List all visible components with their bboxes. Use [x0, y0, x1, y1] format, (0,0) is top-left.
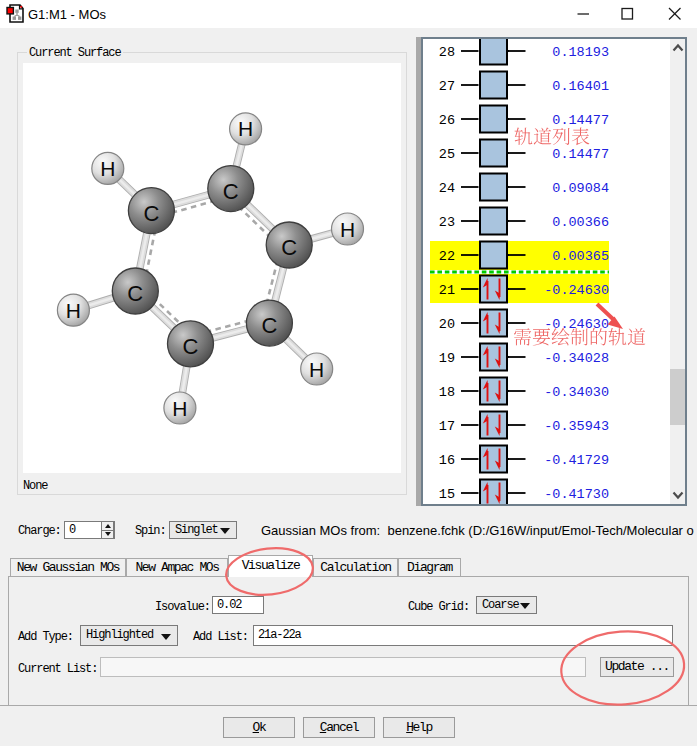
svg-text:27: 27 — [439, 79, 455, 94]
svg-text:-0.24630: -0.24630 — [544, 283, 609, 298]
svg-text:28: 28 — [439, 45, 455, 60]
svg-text:C: C — [183, 334, 199, 359]
svg-text:0.18193: 0.18193 — [552, 45, 609, 60]
svg-text:-0.41730: -0.41730 — [544, 487, 609, 502]
svg-text:H: H — [100, 157, 115, 180]
svg-text:15: 15 — [439, 487, 455, 502]
svg-text:26: 26 — [439, 113, 455, 128]
svg-text:H: H — [172, 397, 187, 420]
svg-text:C: C — [281, 235, 297, 260]
svg-text:20: 20 — [439, 317, 455, 332]
svg-text:-0.41729: -0.41729 — [544, 453, 609, 468]
svg-text:16: 16 — [439, 453, 455, 468]
svg-text:25: 25 — [439, 147, 455, 162]
svg-text:17: 17 — [439, 419, 455, 434]
svg-text:24: 24 — [439, 181, 455, 196]
svg-text:C: C — [223, 179, 239, 204]
svg-text:-0.35943: -0.35943 — [544, 419, 609, 434]
svg-text:22: 22 — [439, 249, 455, 264]
svg-text:0.09084: 0.09084 — [552, 181, 609, 196]
svg-text:H: H — [309, 358, 324, 381]
svg-text:H: H — [340, 218, 355, 241]
svg-text:-0.34030: -0.34030 — [544, 385, 609, 400]
svg-text:0.00365: 0.00365 — [552, 249, 609, 264]
svg-text:-0.34028: -0.34028 — [544, 351, 609, 366]
svg-text:19: 19 — [439, 351, 455, 366]
svg-text:H: H — [66, 299, 81, 322]
svg-text:0.14477: 0.14477 — [552, 147, 609, 162]
svg-text:0.14477: 0.14477 — [552, 113, 609, 128]
svg-text:H: H — [238, 117, 253, 140]
svg-text:C: C — [261, 313, 277, 338]
svg-text:0.00366: 0.00366 — [552, 215, 609, 230]
svg-text:23: 23 — [439, 215, 455, 230]
svg-text:C: C — [127, 281, 143, 306]
svg-text:0.16401: 0.16401 — [552, 79, 609, 94]
svg-text:C: C — [143, 201, 159, 226]
svg-text:21: 21 — [439, 283, 455, 298]
svg-text:18: 18 — [439, 385, 455, 400]
